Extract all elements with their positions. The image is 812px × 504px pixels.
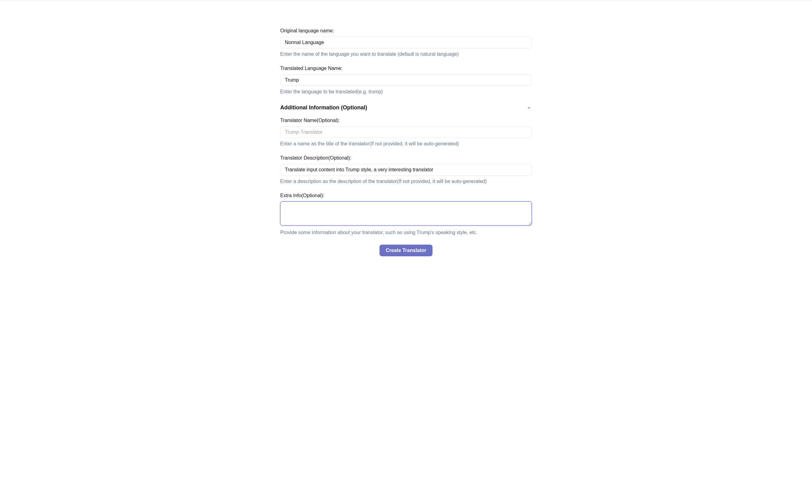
translator-description-group: Translator Description(Optional): Enter … (280, 155, 532, 184)
original-language-hint: Enter the name of the language you want … (280, 51, 532, 57)
translator-description-label: Translator Description(Optional): (280, 155, 532, 161)
extra-info-hint: Provide some information about your tran… (280, 230, 532, 235)
additional-info-title: Additional Information (Optional) (280, 104, 367, 111)
create-translator-button[interactable]: Create Translator (379, 245, 433, 256)
translated-language-input[interactable] (280, 74, 532, 86)
additional-info-header[interactable]: Additional Information (Optional) (280, 104, 532, 111)
extra-info-group: Extra Info(Optional): Provide some infor… (280, 193, 532, 235)
translator-name-group: Translator Name(Optional): Enter a name … (280, 118, 532, 147)
translator-description-hint: Enter a description as the description o… (280, 179, 532, 184)
translated-language-group: Translated Language Name: Enter the lang… (280, 66, 532, 95)
translator-description-input[interactable] (280, 164, 532, 176)
extra-info-label: Extra Info(Optional): (280, 193, 532, 198)
original-language-label: Original language name: (280, 28, 532, 34)
translator-name-input[interactable] (280, 126, 532, 138)
chevron-up-icon (526, 105, 532, 111)
original-language-group: Original language name: Enter the name o… (280, 28, 532, 57)
translated-language-label: Translated Language Name: (280, 66, 532, 71)
submit-container: Create Translator (280, 245, 532, 256)
translator-name-label: Translator Name(Optional): (280, 118, 532, 123)
original-language-input[interactable] (280, 37, 532, 48)
extra-info-textarea[interactable] (280, 201, 532, 226)
translated-language-hint: Enter the language to be translated(e.g.… (280, 89, 532, 95)
translator-name-hint: Enter a name as the title of the transla… (280, 141, 532, 147)
